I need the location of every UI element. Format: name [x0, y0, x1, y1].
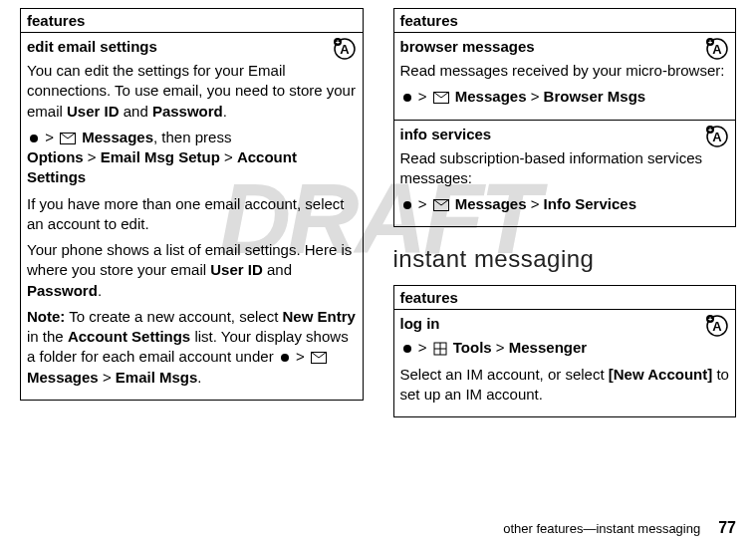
- page-columns: features edit email settings A + You can…: [20, 8, 736, 417]
- info-services-nav: > Messages > Info Services: [400, 194, 730, 214]
- text: To create a new account, select: [65, 308, 282, 325]
- svg-text:A: A: [712, 42, 722, 57]
- accessibility-badge-icon: A +: [705, 37, 729, 61]
- info-services-label: Info Services: [544, 195, 636, 212]
- gt: >: [296, 348, 305, 365]
- envelope-icon: [60, 133, 76, 144]
- features-header-im: features: [393, 286, 736, 310]
- center-key-icon: [403, 94, 411, 102]
- right-column: features browser messages A + Read messa…: [393, 8, 737, 417]
- edit-email-cell: edit email settings A + You can edit the…: [21, 33, 364, 401]
- envelope-icon: [433, 199, 449, 211]
- center-key-icon: [30, 135, 38, 142]
- info-services-desc: Read subscription-based information serv…: [400, 148, 730, 189]
- email-msg-setup-label: Email Msg Setup: [101, 148, 220, 165]
- features-header-right: features: [393, 9, 736, 33]
- note-label: Note:: [27, 308, 65, 325]
- svg-text:+: +: [708, 127, 712, 134]
- edit-email-nav1: > Messages, then press Options > Email M…: [27, 128, 357, 188]
- info-services-title: info services: [400, 125, 492, 144]
- options-label: Options: [27, 148, 84, 165]
- gt: >: [418, 88, 427, 105]
- instant-messaging-heading: instant messaging: [393, 245, 737, 273]
- user-id-label: User ID: [210, 261, 263, 278]
- text: .: [98, 282, 102, 299]
- text: Your phone shows a list of email setting…: [27, 241, 352, 278]
- edit-email-p3: Your phone shows a list of email setting…: [27, 240, 357, 301]
- info-services-cell: info services A + Read subscription-base…: [393, 120, 736, 227]
- gt: >: [45, 129, 54, 145]
- svg-text:+: +: [708, 316, 712, 323]
- envelope-icon: [433, 92, 449, 104]
- text: , then press: [153, 129, 231, 145]
- messages-label: Messages: [27, 369, 99, 386]
- center-key-icon: [403, 201, 411, 209]
- gt: >: [88, 148, 97, 165]
- svg-text:A: A: [712, 319, 722, 334]
- text: .: [197, 369, 201, 386]
- features-table-im: features log in A + >: [393, 285, 737, 417]
- svg-text:+: +: [708, 39, 712, 46]
- browser-messages-nav: > Messages > Browser Msgs: [400, 87, 730, 107]
- center-key-icon: [281, 354, 289, 362]
- gt: >: [224, 148, 233, 165]
- browser-messages-desc: Read messages received by your micro-bro…: [400, 61, 730, 81]
- accessibility-badge-icon: A +: [705, 125, 729, 148]
- svg-text:A: A: [340, 42, 350, 57]
- features-table-left: features edit email settings A + You can…: [20, 8, 364, 401]
- login-desc: Select an IM account, or select [New Acc…: [400, 365, 730, 406]
- user-id-label: User ID: [67, 103, 120, 120]
- new-account-label: [New Account]: [609, 366, 712, 383]
- text: in the: [27, 328, 68, 345]
- text: and: [120, 103, 152, 120]
- left-column: features edit email settings A + You can…: [20, 8, 364, 417]
- login-cell: log in A + > Tools >: [393, 310, 736, 417]
- messenger-label: Messenger: [509, 339, 587, 356]
- account-settings-label: Account Settings: [68, 328, 190, 345]
- browser-msgs-label: Browser Msgs: [544, 88, 646, 105]
- accessibility-badge-icon: A +: [333, 37, 357, 61]
- page-number: 77: [718, 519, 736, 537]
- messages-label: Messages: [82, 129, 153, 145]
- browser-messages-title: browser messages: [400, 37, 535, 57]
- edit-email-note: Note: To create a new account, select Ne…: [27, 307, 357, 388]
- edit-email-p2: If you have more than one email account,…: [27, 194, 357, 235]
- envelope-icon: [311, 352, 327, 364]
- edit-email-title: edit email settings: [27, 37, 157, 57]
- password-label: Password: [152, 103, 223, 120]
- text: and: [263, 261, 292, 278]
- page-footer: other features—instant messaging 77: [503, 519, 736, 537]
- login-title: log in: [400, 314, 440, 334]
- text: Select an IM account, or select: [400, 366, 609, 383]
- center-key-icon: [403, 345, 411, 353]
- features-table-right1: features browser messages A + Read messa…: [393, 8, 737, 227]
- footer-section: other features—instant messaging: [503, 521, 700, 536]
- new-entry-label: New Entry: [283, 308, 356, 325]
- tools-icon: [433, 342, 447, 356]
- gt: >: [531, 195, 540, 212]
- gt: >: [531, 88, 540, 105]
- email-msgs-label: Email Msgs: [116, 369, 198, 386]
- features-header-left: features: [21, 9, 364, 33]
- text: .: [223, 103, 227, 120]
- svg-text:A: A: [712, 130, 722, 144]
- gt: >: [418, 339, 427, 356]
- gt: >: [103, 369, 112, 386]
- password-label: Password: [27, 282, 98, 299]
- messages-label: Messages: [455, 195, 527, 212]
- svg-text:+: +: [335, 39, 339, 46]
- tools-label: Tools: [453, 339, 492, 356]
- messages-label: Messages: [455, 88, 527, 105]
- gt: >: [496, 339, 505, 356]
- login-nav: > Tools > Messenger: [400, 338, 730, 358]
- edit-email-p1: You can edit the settings for your Email…: [27, 61, 357, 122]
- accessibility-badge-icon: A +: [705, 314, 729, 338]
- gt: >: [418, 195, 427, 212]
- browser-messages-cell: browser messages A + Read messages recei…: [393, 33, 736, 121]
